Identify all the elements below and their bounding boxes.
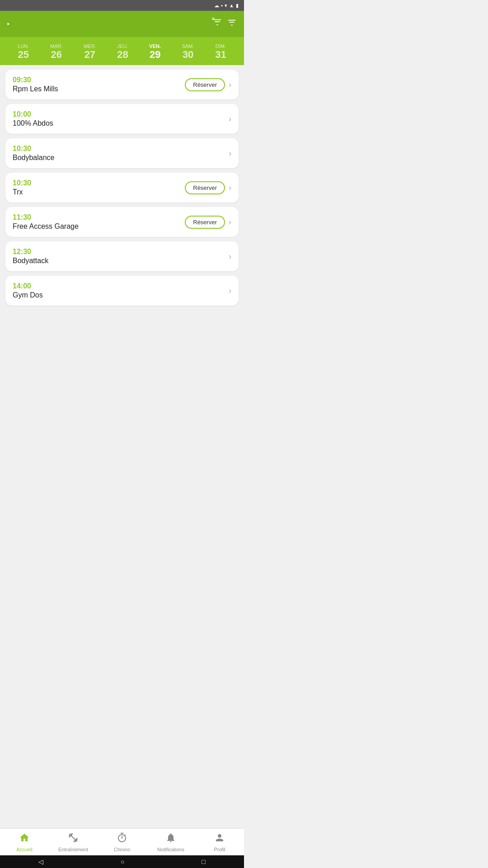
- calendar-day-30[interactable]: SAM.30: [180, 42, 196, 61]
- filter-clear-icon[interactable]: ✕: [212, 18, 222, 30]
- chevron-right-icon: ›: [229, 114, 231, 124]
- card-name: Gym Dos: [13, 291, 43, 299]
- calendar-day-26[interactable]: MAR.26: [48, 42, 65, 61]
- card-time: 10:00: [13, 110, 53, 118]
- card-time: 12:30: [13, 248, 48, 256]
- schedule-list: 09:30Rpm Les MillsRéserver›10:00100% Abd…: [0, 65, 244, 351]
- schedule-card[interactable]: 10:00100% Abdos›: [5, 104, 239, 134]
- card-name: Bodybalance: [13, 154, 55, 162]
- reserve-button[interactable]: Réserver: [185, 181, 225, 194]
- days-container: LUN.25MAR.26MER.27JEU.28VEN.29SAM.30DIM.…: [7, 42, 237, 61]
- schedule-card[interactable]: 12:30Bodyattack›: [5, 241, 239, 271]
- card-time: 10:30: [13, 145, 55, 153]
- schedule-card[interactable]: 10:30TrxRéserver›: [5, 173, 239, 203]
- card-name: Rpm Les Mills: [13, 85, 58, 93]
- cloud-icon: ☁: [214, 3, 219, 9]
- reserve-button[interactable]: Réserver: [185, 216, 225, 229]
- schedule-card[interactable]: 11:30Free Access GarageRéserver›: [5, 207, 239, 237]
- reserve-button[interactable]: Réserver: [185, 78, 225, 91]
- days-row: LUN.25MAR.26MER.27JEU.28VEN.29SAM.30DIM.…: [0, 42, 244, 61]
- status-icons: ☁ ▪ ▾ ▲ ▮: [214, 3, 239, 9]
- header-actions: ✕: [212, 18, 237, 30]
- card-name: Free Access Garage: [13, 222, 79, 231]
- back-button[interactable]: [7, 23, 9, 25]
- card-time: 10:30: [13, 179, 31, 187]
- sim-icon: ▪: [221, 3, 223, 8]
- header: ✕: [0, 11, 244, 37]
- card-time: 11:30: [13, 213, 79, 222]
- signal-icon: ▲: [229, 3, 234, 8]
- chevron-right-icon: ›: [229, 252, 231, 261]
- chevron-right-icon: ›: [229, 80, 231, 90]
- calendar-day-31[interactable]: DIM.31: [213, 42, 228, 61]
- schedule-card[interactable]: 10:30Bodybalance›: [5, 138, 239, 168]
- card-name: 100% Abdos: [13, 119, 53, 127]
- card-time: 14:00: [13, 282, 43, 290]
- chevron-right-icon: ›: [229, 286, 231, 296]
- chevron-right-icon: ›: [229, 217, 231, 227]
- calendar-strip: LUN.25MAR.26MER.27JEU.28VEN.29SAM.30DIM.…: [0, 37, 244, 65]
- schedule-card[interactable]: 14:00Gym Dos›: [5, 276, 239, 306]
- card-time: 09:30: [13, 76, 58, 84]
- chevron-right-icon: ›: [229, 183, 231, 193]
- battery-icon: ▮: [236, 3, 239, 9]
- status-bar: ☁ ▪ ▾ ▲ ▮: [0, 0, 244, 11]
- schedule-card[interactable]: 09:30Rpm Les MillsRéserver›: [5, 70, 239, 99]
- chevron-right-icon: ›: [229, 149, 231, 158]
- filter-icon[interactable]: [227, 18, 237, 30]
- card-name: Bodyattack: [13, 257, 48, 265]
- calendar-day-25[interactable]: LUN.25: [16, 42, 31, 61]
- calendar-day-27[interactable]: MER.27: [82, 42, 98, 61]
- card-name: Trx: [13, 188, 31, 196]
- calendar-day-28[interactable]: JEU.28: [115, 42, 130, 61]
- wifi-icon: ▾: [225, 3, 227, 9]
- calendar-day-29[interactable]: VEN.29: [147, 42, 163, 61]
